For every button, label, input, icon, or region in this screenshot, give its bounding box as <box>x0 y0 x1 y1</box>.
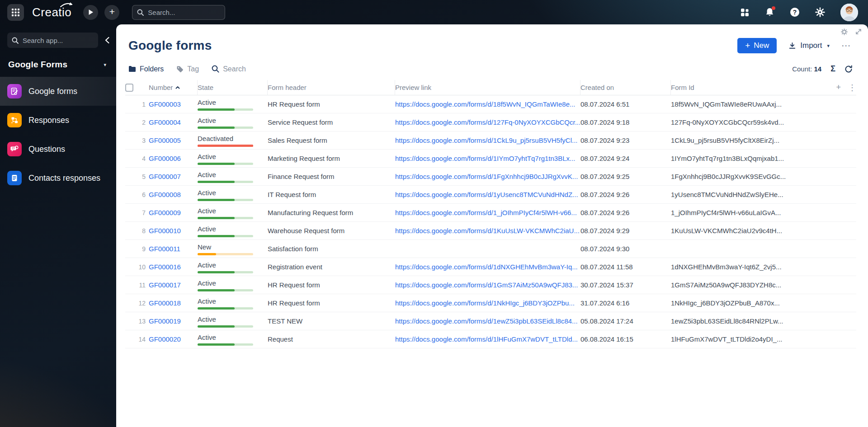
settings-button[interactable] <box>815 7 825 17</box>
add-column-icon[interactable]: + <box>836 83 841 92</box>
row-number-cell: GF000005 <box>149 136 198 144</box>
workspace-selector[interactable]: Google Forms ▾ <box>0 48 116 77</box>
column-header-created-on[interactable]: Created on <box>580 80 671 95</box>
preview-link-cell: https://docs.google.com/forms/d/1FgXnhhc… <box>395 173 580 180</box>
record-number-link[interactable]: GF000010 <box>149 227 181 235</box>
row-index: 12 <box>138 300 149 307</box>
sidebar-item-google-forms[interactable]: Google forms <box>0 77 116 106</box>
record-number-link[interactable]: GF000009 <box>149 209 181 216</box>
record-number-link[interactable]: GF000017 <box>149 281 181 289</box>
preview-link[interactable]: https://docs.google.com/forms/d/1lHFuGmX… <box>395 335 578 343</box>
form-id-cell: 1yUsenc8TMCVuNdHNdZwSlyEHe... <box>671 191 856 198</box>
record-number-link[interactable]: GF000003 <box>149 100 181 108</box>
column-header-number[interactable]: Number <box>149 80 198 95</box>
record-number-link[interactable]: GF000006 <box>149 155 181 162</box>
sidebar-item-contacts-responses[interactable]: Contacts responses <box>0 164 116 192</box>
sidebar-item-questions[interactable]: !? Questions <box>0 135 116 164</box>
refresh-icon[interactable] <box>844 65 853 73</box>
collapse-sidebar-button[interactable] <box>103 35 112 46</box>
help-button[interactable]: ? <box>790 7 800 17</box>
notification-badge <box>772 6 775 10</box>
created-on-cell: 31.07.2024 6:16 <box>580 299 671 307</box>
workspaces-button[interactable] <box>740 8 750 17</box>
state-label: Active <box>198 99 268 106</box>
form-id-cell: 1NkHIgc_j6BDY3jOZPbuB_A870x... <box>671 299 856 307</box>
preview-link-cell: https://docs.google.com/forms/d/18f5WvN_… <box>395 100 580 108</box>
table-row[interactable]: 4GF000006ActiveMarketing Request formhtt… <box>125 150 856 168</box>
table-row[interactable]: 1GF000003ActiveHR Request formhttps://do… <box>125 95 856 113</box>
table-row[interactable]: 8GF000010ActiveWarehouse Request formhtt… <box>125 222 856 240</box>
form-header-cell: Marketing Request form <box>268 155 395 162</box>
table-row[interactable]: 6GF000008ActiveIT Request formhttps://do… <box>125 186 856 204</box>
folders-button[interactable]: Folders <box>128 65 164 73</box>
app-search-input[interactable]: Search app... <box>7 33 98 48</box>
preview-link[interactable]: https://docs.google.com/forms/d/1_jOIhmP… <box>395 209 577 216</box>
global-search-input[interactable]: Search... <box>132 5 225 20</box>
responses-icon <box>7 113 22 127</box>
table-row[interactable]: 2GF000004ActiveService Request formhttps… <box>125 113 856 131</box>
record-number-link[interactable]: GF000007 <box>149 173 181 180</box>
table-row[interactable]: 5GF000007ActiveFinance Request formhttps… <box>125 168 856 186</box>
new-button[interactable]: + New <box>737 38 777 53</box>
workspaces-icon <box>740 8 750 17</box>
table-row[interactable]: 13GF000019ActiveTEST NEWhttps://docs.goo… <box>125 312 856 330</box>
record-number-link[interactable]: GF000004 <box>149 118 181 126</box>
form-id-cell: 1CkL9u_pj5rsuB5VH5fyCltX8EirZj... <box>671 136 856 144</box>
record-number-link[interactable]: GF000011 <box>149 245 180 253</box>
preview-link[interactable]: https://docs.google.com/forms/d/1GmS7AiM… <box>395 281 578 289</box>
record-number-link[interactable]: GF000018 <box>149 299 181 307</box>
table-row[interactable]: 7GF000009ActiveManufacturing Request for… <box>125 204 856 222</box>
row-number-cell: GF000006 <box>149 155 198 162</box>
tag-button[interactable]: Tag <box>176 65 199 73</box>
column-header-preview-link[interactable]: Preview link <box>395 80 580 95</box>
record-number-link[interactable]: GF000020 <box>149 335 181 343</box>
user-avatar[interactable] <box>840 4 858 21</box>
table-row[interactable]: 14GF000020ActiveRequesthttps://docs.goog… <box>125 330 856 348</box>
row-index: 2 <box>138 119 149 126</box>
record-number-link[interactable]: GF000005 <box>149 136 181 144</box>
preview-link[interactable]: https://docs.google.com/forms/d/18f5WvN_… <box>395 100 576 108</box>
table-row[interactable]: 10GF000016ActiveRegistration eventhttps:… <box>125 258 856 276</box>
list-search-button[interactable]: Search <box>212 65 246 73</box>
run-process-button[interactable] <box>83 5 98 20</box>
app-launcher-button[interactable] <box>7 4 24 21</box>
preview-link[interactable]: https://docs.google.com/forms/d/1FgXnhhc… <box>395 173 578 180</box>
svg-text:?: ? <box>793 9 797 16</box>
select-all-checkbox[interactable] <box>125 84 133 92</box>
preview-link[interactable]: https://docs.google.com/forms/d/127Fq-0N… <box>395 118 580 126</box>
quick-add-button[interactable]: + <box>104 5 119 20</box>
column-menu-icon[interactable]: ⋮ <box>848 83 856 93</box>
page-settings-gear-icon[interactable] <box>841 28 848 35</box>
preview-link[interactable]: https://docs.google.com/forms/d/1IYmO7yh… <box>395 155 576 162</box>
sidebar-item-responses[interactable]: Responses <box>0 106 116 135</box>
column-header-form-id[interactable]: Form Id <box>671 80 856 95</box>
row-index: 9 <box>138 245 149 253</box>
import-button[interactable]: Import ▾ <box>788 38 830 53</box>
more-actions-button[interactable]: ⋯ <box>841 40 852 51</box>
preview-link[interactable]: https://docs.google.com/forms/d/1CkL9u_p… <box>395 136 578 144</box>
state-cell: Deactivated <box>198 134 268 147</box>
column-header-form-header[interactable]: Form header <box>268 80 395 95</box>
form-header-cell: Service Request form <box>268 118 395 126</box>
table-row[interactable]: 11GF000017ActiveHR Request formhttps://d… <box>125 276 856 294</box>
expand-icon[interactable] <box>855 28 862 35</box>
table-row[interactable]: 9GF000011NewSatisfaction form08.07.2024 … <box>125 240 856 258</box>
table-row[interactable]: 12GF000018ActiveHR Request formhttps://d… <box>125 294 856 312</box>
table-row[interactable]: 3GF000005DeactivatedSales Request formht… <box>125 131 856 150</box>
preview-link[interactable]: https://docs.google.com/forms/d/1KuUsLW-… <box>395 227 580 235</box>
preview-link[interactable]: https://docs.google.com/forms/d/1yUsenc8… <box>395 191 578 198</box>
summaries-icon[interactable]: Σ <box>830 64 835 74</box>
state-progress-bar <box>198 343 253 346</box>
notifications-button[interactable] <box>765 7 774 17</box>
state-label: Active <box>198 225 268 232</box>
column-header-state[interactable]: State <box>198 80 268 95</box>
state-label: Active <box>198 153 268 160</box>
preview-link[interactable]: https://docs.google.com/forms/d/1dNXGHEh… <box>395 263 578 271</box>
preview-link[interactable]: https://docs.google.com/forms/d/1ewZ5i3p… <box>395 317 578 325</box>
preview-link[interactable]: https://docs.google.com/forms/d/1NkHIgc_… <box>395 299 575 307</box>
record-number-link[interactable]: GF000019 <box>149 317 181 325</box>
record-number-link[interactable]: GF000008 <box>149 191 181 198</box>
state-cell: Active <box>198 261 268 273</box>
row-index: 11 <box>138 282 149 289</box>
record-number-link[interactable]: GF000016 <box>149 263 181 271</box>
